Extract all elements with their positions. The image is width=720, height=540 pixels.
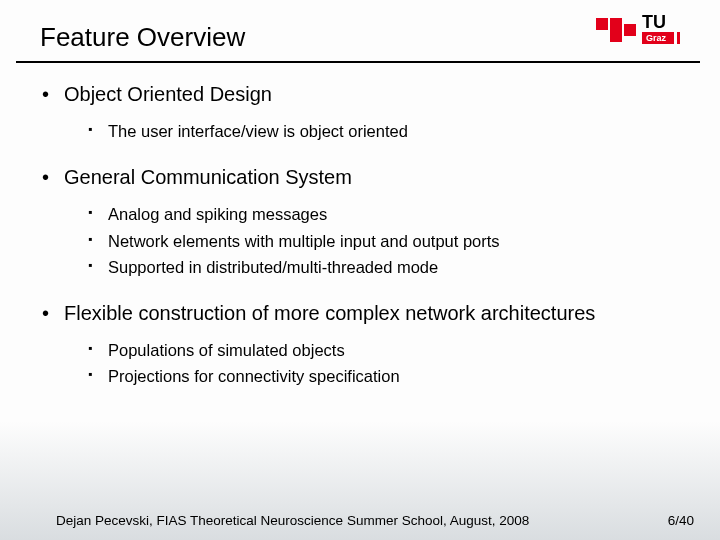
svg-text:TU: TU	[642, 12, 666, 32]
svg-rect-0	[596, 18, 608, 30]
bullet-label: Flexible construction of more complex ne…	[64, 302, 595, 324]
bullet-label: Object Oriented Design	[64, 83, 272, 105]
sub-bullet: Network elements with multiple input and…	[88, 230, 684, 252]
sub-bullet: Projections for connectivity specificati…	[88, 365, 684, 387]
svg-rect-1	[610, 18, 622, 30]
svg-rect-3	[624, 24, 636, 36]
tu-graz-logo-icon: TU Graz	[588, 10, 698, 50]
bullet-object-oriented: Object Oriented Design The user interfac…	[42, 81, 684, 142]
slide-content: Object Oriented Design The user interfac…	[0, 63, 720, 388]
sub-bullet: Populations of simulated objects	[88, 339, 684, 361]
bullet-general-communication: General Communication System Analog and …	[42, 164, 684, 278]
svg-rect-7	[677, 32, 680, 44]
svg-text:Graz: Graz	[646, 33, 667, 43]
tu-graz-logo: TU Graz	[588, 10, 698, 50]
bullet-flexible-construction: Flexible construction of more complex ne…	[42, 300, 684, 388]
sub-bullet: Analog and spiking messages	[88, 203, 684, 225]
bullet-label: General Communication System	[64, 166, 352, 188]
sub-bullet: Supported in distributed/multi-threaded …	[88, 256, 684, 278]
footer-author: Dejan Pecevski, FIAS Theoretical Neurosc…	[56, 513, 529, 528]
slide-footer: Dejan Pecevski, FIAS Theoretical Neurosc…	[0, 513, 720, 528]
footer-page-number: 6/40	[668, 513, 694, 528]
svg-rect-2	[610, 30, 622, 42]
sub-bullet: The user interface/view is object orient…	[88, 120, 684, 142]
